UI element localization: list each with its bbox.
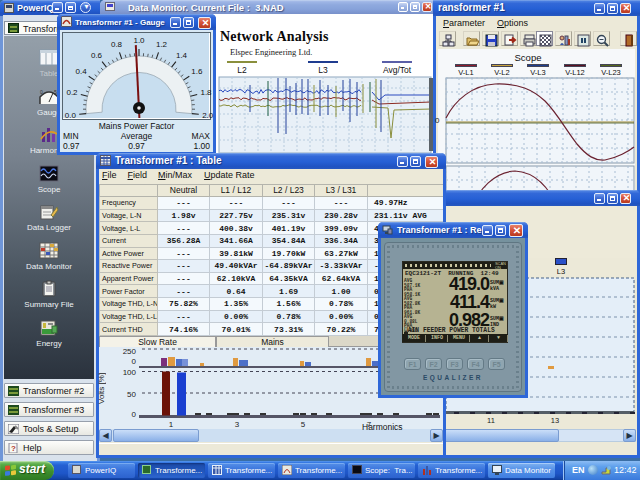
- svg-text:0.0: 0.0: [65, 111, 77, 120]
- svg-text:0.2: 0.2: [66, 88, 78, 97]
- svg-text:0: 0: [40, 89, 43, 95]
- svg-text:0.6: 0.6: [91, 51, 103, 60]
- svg-text:1.4: 1.4: [176, 51, 188, 60]
- svg-text:2.0: 2.0: [202, 111, 214, 120]
- svg-text:?: ?: [11, 444, 16, 453]
- svg-text:1.6: 1.6: [191, 67, 203, 76]
- svg-text:0.4: 0.4: [76, 67, 88, 76]
- svg-text:0.8: 0.8: [111, 40, 123, 49]
- svg-text:1.2: 1.2: [156, 40, 168, 49]
- svg-text:1.8: 1.8: [200, 88, 212, 97]
- svg-text:1.0: 1.0: [133, 36, 145, 45]
